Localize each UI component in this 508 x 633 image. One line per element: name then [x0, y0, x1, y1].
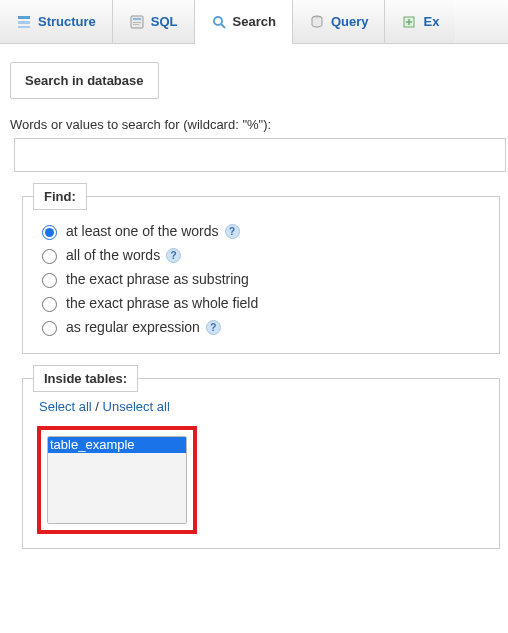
- tab-sql[interactable]: SQL: [113, 0, 195, 43]
- tab-search-label: Search: [233, 14, 276, 29]
- find-legend: Find:: [33, 183, 87, 210]
- radio-at-least-one[interactable]: at least one of the words ?: [37, 219, 485, 243]
- tab-extra-label: Ex: [423, 14, 439, 29]
- select-links: Select all / Unselect all: [39, 399, 485, 414]
- search-icon: [211, 14, 227, 30]
- radio-all-words-input[interactable]: [42, 249, 57, 264]
- svg-rect-1: [18, 21, 30, 24]
- tab-bar: Structure SQL Search Query Ex: [0, 0, 508, 44]
- radio-whole-field-input[interactable]: [42, 297, 57, 312]
- svg-rect-5: [133, 22, 141, 23]
- tab-structure-label: Structure: [38, 14, 96, 29]
- unselect-all-link[interactable]: Unselect all: [103, 399, 170, 414]
- svg-rect-6: [133, 24, 139, 25]
- tab-structure[interactable]: Structure: [0, 0, 113, 43]
- panel-title-box: Search in database: [10, 62, 159, 99]
- radio-whole-field[interactable]: the exact phrase as whole field: [37, 291, 485, 315]
- radio-all-words-label: all of the words: [66, 247, 160, 263]
- tab-extra[interactable]: Ex: [385, 0, 455, 43]
- search-input[interactable]: [14, 138, 506, 172]
- help-icon[interactable]: ?: [206, 320, 221, 335]
- structure-icon: [16, 14, 32, 30]
- tables-select-highlight: table_example: [37, 426, 197, 534]
- tab-sql-label: SQL: [151, 14, 178, 29]
- help-icon[interactable]: ?: [166, 248, 181, 263]
- radio-regex-input[interactable]: [42, 321, 57, 336]
- tables-select[interactable]: table_example: [47, 436, 187, 524]
- sql-icon: [129, 14, 145, 30]
- radio-substring-input[interactable]: [42, 273, 57, 288]
- tables-legend: Inside tables:: [33, 365, 138, 392]
- radio-regex-label: as regular expression: [66, 319, 200, 335]
- find-fieldset: Find: at least one of the words ? all of…: [22, 196, 500, 354]
- radio-all-words[interactable]: all of the words ?: [37, 243, 485, 267]
- tables-fieldset: Inside tables: Select all / Unselect all…: [22, 378, 500, 549]
- tab-search[interactable]: Search: [195, 0, 293, 44]
- search-prompt: Words or values to search for (wildcard:…: [10, 117, 500, 132]
- query-icon: [309, 14, 325, 30]
- svg-rect-2: [18, 26, 30, 28]
- tab-query[interactable]: Query: [293, 0, 386, 43]
- radio-regex[interactable]: as regular expression ?: [37, 315, 485, 339]
- tab-query-label: Query: [331, 14, 369, 29]
- radio-whole-field-label: the exact phrase as whole field: [66, 295, 258, 311]
- table-option[interactable]: table_example: [48, 437, 186, 453]
- help-icon[interactable]: ?: [225, 224, 240, 239]
- export-icon: [401, 14, 417, 30]
- radio-substring[interactable]: the exact phrase as substring: [37, 267, 485, 291]
- svg-rect-4: [133, 18, 141, 20]
- radio-substring-label: the exact phrase as substring: [66, 271, 249, 287]
- svg-line-8: [221, 24, 225, 28]
- select-all-link[interactable]: Select all: [39, 399, 92, 414]
- radio-at-least-one-label: at least one of the words: [66, 223, 219, 239]
- svg-rect-0: [18, 16, 30, 19]
- separator: /: [92, 399, 103, 414]
- svg-point-7: [214, 17, 222, 25]
- panel-title: Search in database: [25, 73, 144, 88]
- radio-at-least-one-input[interactable]: [42, 225, 57, 240]
